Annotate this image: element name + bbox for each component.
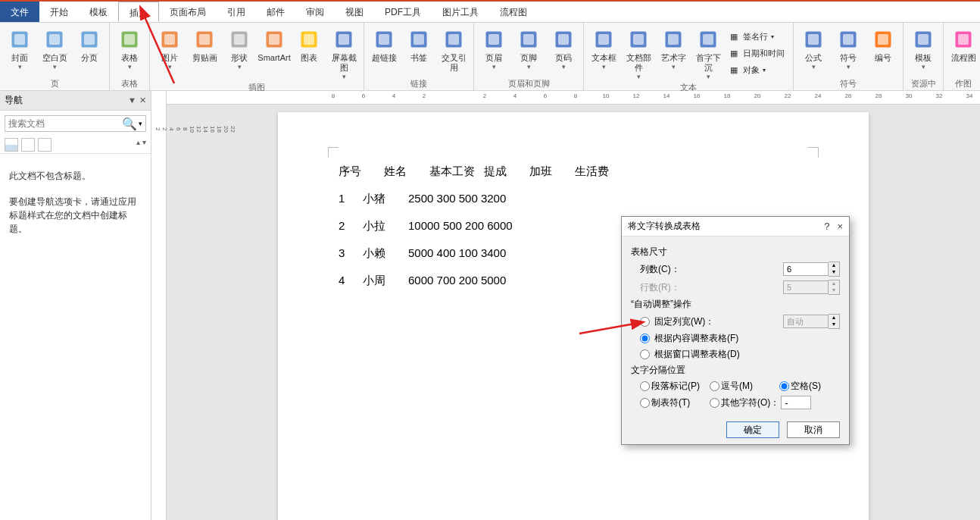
fixed-width-label: 固定列宽(W)： [654,315,714,328]
sep-space-radio[interactable] [779,381,789,391]
quick-parts-button[interactable]: 文档部件▾ [623,26,654,80]
rows-up-icon: ▲ [829,280,839,287]
table-size-label: 表格尺寸 [631,246,840,258]
svg-rect-41 [808,34,819,45]
sep-other-radio[interactable] [710,398,719,408]
fixed-width-radio[interactable] [640,317,650,327]
rows-label: 行数(R)： [640,281,701,294]
svg-rect-1 [14,34,25,45]
tab-file[interactable]: 文件 [0,2,39,22]
columns-up-icon[interactable]: ▲ [829,262,839,269]
header-button[interactable]: 页眉▾ [479,26,509,77]
tab-review[interactable]: 审阅 [295,2,335,22]
svg-rect-47 [918,34,929,45]
footer-button[interactable]: 页脚▾ [513,26,544,77]
group-label: 页眉和页脚 [479,77,579,89]
tab-picture-tools[interactable]: 图片工具 [432,2,489,22]
shapes-button[interactable]: 形状▾ [224,26,254,80]
page-number-button[interactable]: 页码▾ [548,26,579,77]
chart-button[interactable]: 图表 [294,26,324,80]
symbol-icon [836,27,860,52]
bookmark-icon [407,27,431,52]
group-label: 符号 [798,77,898,89]
clip-art-button[interactable]: 剪贴画 [189,26,220,80]
number-button[interactable]: 编号 [868,26,898,77]
tab-references[interactable]: 引用 [217,2,256,22]
cross-ref-button[interactable]: 交叉引用 [439,26,469,77]
tab-insert[interactable]: 插入 [118,2,159,22]
separator-label: 文字分隔位置 [631,364,840,377]
sep-paragraph-radio[interactable] [640,381,650,391]
nav-close-icon[interactable]: ✕ [139,96,146,105]
table-header-cell: 加班 [529,158,566,185]
drop-cap-button[interactable]: 首字下沉▾ [693,26,723,80]
search-icon[interactable]: 🔍 [122,117,137,131]
search-input[interactable] [8,118,122,129]
nav-view-pages[interactable] [21,138,35,152]
tab-page-layout[interactable]: 页面布局 [159,2,217,22]
sep-tab-radio[interactable] [640,398,650,408]
rows-input [783,280,829,294]
smartart-icon [262,27,286,52]
signature-button[interactable]: ▦签名行▾ [728,29,788,44]
symbol-button[interactable]: 符号▾ [833,26,863,77]
datetime-icon: ▦ [728,47,740,59]
group-label: 作图 [948,77,978,89]
sep-other-input[interactable] [781,396,811,409]
table-button[interactable]: 表格▾ [114,26,145,77]
smartart-button[interactable]: SmartArt [259,26,289,80]
tab-mail[interactable]: 邮件 [256,2,295,22]
page-break-button[interactable]: 分页 [74,26,105,77]
template-center-button[interactable]: 模板▾ [908,26,938,77]
word-art-icon [661,27,685,52]
fit-window-radio[interactable] [640,349,650,359]
fixed-width-input [783,315,829,328]
hyperlink-button[interactable]: 超链接 [369,26,399,77]
blank-page-icon [42,27,67,52]
table-header-cell: 基本工资 [429,158,475,185]
cover-page-button[interactable]: 封面▾ [5,26,35,77]
svg-rect-11 [199,34,210,45]
dialog-close-icon[interactable]: × [837,221,843,232]
datetime-button[interactable]: ▦日期和时间 [728,45,788,61]
picture-button[interactable]: 图片▾ [154,26,185,80]
word-art-button[interactable]: 艺术字▾ [658,26,688,80]
shapes-icon [227,27,251,52]
convert-text-to-table-dialog: 将文字转换成表格 ? × 表格尺寸 列数(C)： ▲▼ 行数(R)： ▲▼ “自… [621,216,850,445]
tab-start[interactable]: 开始 [39,2,79,22]
columns-input[interactable] [783,262,829,276]
sep-other-label: 其他字符(O)： [721,396,779,409]
dialog-help-icon[interactable]: ? [824,221,829,232]
object-button[interactable]: ▦对象▾ [728,62,788,77]
svg-rect-35 [633,34,644,45]
tab-flowchart[interactable]: 流程图 [489,2,538,22]
sep-comma-radio[interactable] [710,381,719,391]
bookmark-button[interactable]: 书签 [404,26,434,77]
object-icon: ▦ [728,64,740,76]
columns-down-icon[interactable]: ▼ [829,269,839,276]
tab-view[interactable]: 视图 [335,2,374,22]
flowchart-button[interactable]: 流程图 [948,26,978,77]
search-dropdown-icon[interactable]: ▾ [139,120,142,127]
fit-window-label: 根据窗口调整表格(D) [654,348,740,361]
tab-template[interactable]: 模板 [79,2,118,22]
svg-rect-23 [414,34,424,45]
nav-collapse-icon[interactable]: ▴ ▾ [136,138,146,152]
flowchart-icon [951,27,975,52]
nav-dropdown-icon[interactable]: ▼ [128,96,136,105]
svg-rect-27 [488,34,499,45]
cancel-button[interactable]: 取消 [787,421,840,438]
equation-button[interactable]: 公式▾ [798,26,829,77]
text-box-button[interactable]: 文本框▾ [588,26,619,80]
vertical-ruler[interactable]: 2246810121416182022 [151,91,167,520]
ok-button[interactable]: 确定 [726,421,779,438]
tab-pdf[interactable]: PDF工具 [374,2,432,22]
horizontal-ruler[interactable]: 8642246810121416182022242628303234363840… [167,91,980,105]
svg-rect-21 [379,34,389,45]
fit-content-radio[interactable] [640,334,650,343]
nav-view-results[interactable] [38,138,51,152]
screenshot-button[interactable]: 屏幕截图▾ [329,26,359,80]
blank-page-button[interactable]: 空白页▾ [39,26,70,77]
clip-art-icon [192,27,217,52]
nav-view-headings[interactable] [5,138,18,152]
